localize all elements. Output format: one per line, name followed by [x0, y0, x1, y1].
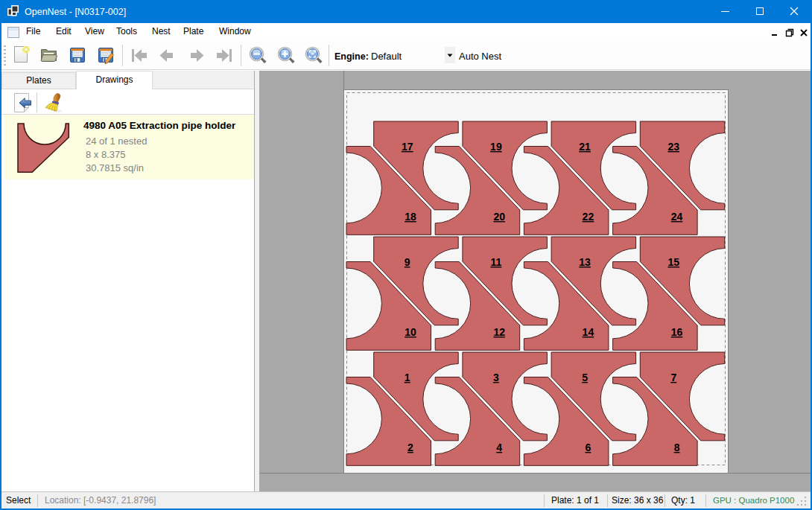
svg-text:13: 13: [579, 256, 591, 268]
svg-text:18: 18: [405, 211, 416, 223]
svg-text:6: 6: [586, 442, 591, 453]
svg-text:10: 10: [405, 326, 416, 338]
svg-text:12: 12: [493, 326, 505, 338]
svg-text:20: 20: [493, 211, 505, 223]
svg-text:14: 14: [583, 326, 594, 338]
svg-text:9: 9: [405, 256, 410, 268]
svg-text:1: 1: [405, 372, 410, 383]
svg-text:2: 2: [407, 442, 413, 453]
svg-text:7: 7: [670, 372, 676, 383]
svg-text:19: 19: [490, 141, 502, 153]
svg-text:4: 4: [496, 442, 502, 453]
svg-text:8: 8: [674, 442, 680, 453]
svg-text:22: 22: [583, 211, 594, 223]
svg-text:11: 11: [490, 256, 501, 268]
svg-text:16: 16: [671, 326, 683, 338]
svg-text:15: 15: [668, 256, 680, 268]
svg-text:21: 21: [579, 141, 591, 153]
svg-text:24: 24: [671, 211, 683, 223]
svg-text:17: 17: [402, 141, 413, 153]
svg-text:5: 5: [582, 372, 588, 383]
svg-text:23: 23: [668, 141, 680, 153]
svg-text:3: 3: [493, 372, 499, 383]
